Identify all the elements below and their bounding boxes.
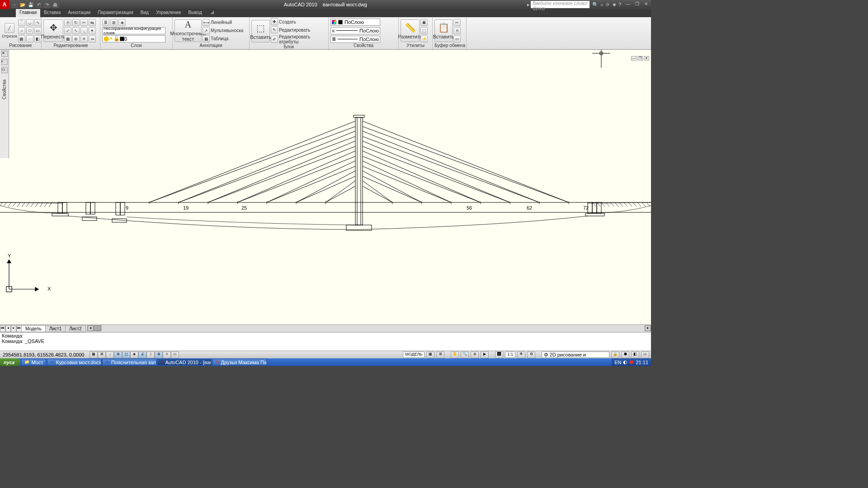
coordinates[interactable]: 2954581.8193, 615526.4823, 0.0000 [0, 352, 87, 357]
showmotion-icon[interactable]: ▶ [481, 352, 489, 358]
qp-toggle[interactable]: ▭ [171, 352, 179, 358]
search-input[interactable]: Введите ключевое слово/фразу [531, 1, 590, 8]
snap-toggle[interactable]: ▦ [90, 352, 98, 358]
tab-first-icon[interactable]: ⏮ [0, 325, 5, 332]
dyn-toggle[interactable]: ⊕ [155, 352, 163, 358]
tab-sheet2[interactable]: Лист2 [65, 325, 85, 332]
scale-icon[interactable]: ⤡ [72, 27, 80, 34]
tray-network-icon[interactable]: ◐ [623, 359, 627, 365]
insert-block-button[interactable]: ⬚ Вставить [251, 20, 270, 42]
lock-ui-icon[interactable]: 🔒 [611, 352, 619, 358]
mirror-icon[interactable]: ⇆ [89, 19, 96, 26]
otrack-toggle[interactable]: ∠ [138, 352, 146, 358]
annovis-icon[interactable]: 👁 [517, 352, 525, 358]
copy-clip-icon[interactable]: ⎘ [453, 27, 461, 34]
drawing-area[interactable]: — ❐ ✕ [0, 50, 651, 324]
workspace-combo[interactable]: ⚙ 2D рисование и аннотации▾ [542, 352, 609, 358]
clean-screen-icon[interactable]: ▭ [641, 352, 649, 358]
layer-states-icon[interactable]: ⊞ [110, 19, 118, 26]
quickview-layouts-icon[interactable]: ▦ [426, 352, 434, 358]
rect-icon[interactable]: ▭ [34, 27, 42, 34]
palette-pin-icon[interactable]: ▪ [1, 59, 8, 65]
polar-toggle[interactable]: ⊕ [114, 352, 122, 358]
select-icon[interactable]: ⬚ [420, 27, 428, 34]
properties-palette[interactable]: ✕ ▪ ▭ Свойства [0, 50, 9, 158]
lang-indicator[interactable]: EN [614, 360, 621, 365]
polyline-icon[interactable]: ⌒ [18, 19, 25, 26]
tab-view[interactable]: Вид [137, 9, 152, 17]
mtext-button[interactable]: A Многострочный текст [175, 19, 202, 42]
palette-options-icon[interactable]: ▭ [1, 67, 8, 73]
cut-icon[interactable]: ✂ [453, 19, 461, 26]
pan-icon[interactable]: ✋ [451, 352, 459, 358]
trim-icon[interactable]: ✂ [80, 19, 88, 26]
tray-shield-icon[interactable]: ⬣ [629, 359, 634, 365]
array-icon[interactable]: ▦ [64, 35, 71, 42]
hscroll-left-icon[interactable]: ◂ [87, 325, 94, 331]
task-word2[interactable]: WПояснительная запи... [102, 359, 156, 366]
block-attr-icon[interactable]: ✐ [271, 36, 278, 43]
doc-close-icon[interactable]: ✕ [644, 56, 649, 61]
comm-icon[interactable]: ⟐ [600, 2, 604, 8]
restore-button[interactable]: ❐ [633, 1, 641, 8]
stretch-icon[interactable]: ⤢ [64, 27, 71, 34]
task-autocad[interactable]: AAutoCAD 2010 - [ван... [157, 359, 212, 366]
color-combo[interactable]: ПоСлою [330, 19, 380, 26]
tab-next-icon[interactable]: ▸ [11, 325, 16, 332]
hscroll-right-icon[interactable]: ▸ [645, 325, 651, 331]
linetype-combo[interactable]: ≣ПоСлою [330, 36, 380, 43]
osnap-toggle[interactable]: ◻ [122, 352, 130, 358]
spline-icon[interactable]: ∿ [34, 19, 42, 26]
tab-insert[interactable]: Вставка [40, 9, 64, 17]
lineweight-combo[interactable]: ≡ПоСлою [330, 27, 380, 34]
mleader-icon[interactable]: ↗ [203, 27, 210, 34]
rotate-icon[interactable]: ↻ [72, 19, 80, 26]
copy-icon[interactable]: ⎘ [64, 19, 71, 26]
tab-model[interactable]: Модель [21, 325, 46, 332]
block-create-icon[interactable]: ✚ [271, 18, 278, 25]
hscrollbar[interactable]: ◂ ▸ [88, 325, 651, 332]
steering-icon[interactable]: ⊚ [471, 352, 479, 358]
erase-icon[interactable]: ✕ [80, 35, 88, 42]
match-icon[interactable]: ▭ [453, 35, 461, 42]
minimize-button[interactable]: — [624, 1, 632, 8]
zoom-icon[interactable]: 🔍 [461, 352, 469, 358]
palette-close-icon[interactable]: ✕ [1, 51, 8, 57]
subscription-icon[interactable]: ⛭ [605, 2, 610, 8]
hardware-accel-icon[interactable]: ⬣ [621, 352, 629, 358]
open-icon[interactable]: 📂 [19, 1, 26, 8]
task-opera[interactable]: OДрузья Максима Па... [212, 359, 267, 366]
point-icon[interactable]: · [26, 35, 33, 42]
quickview-drawings-icon[interactable]: ⊞ [436, 352, 444, 358]
task-word1[interactable]: WКурсовая мост.docx ... [47, 359, 101, 366]
move-button[interactable]: ✥ Перенести [43, 19, 63, 42]
tab-output[interactable]: Вывод [185, 9, 206, 17]
app-menu-icon[interactable]: A [0, 0, 9, 9]
ellipse-icon[interactable]: ⬭ [26, 27, 33, 34]
clock[interactable]: 21:11 [636, 360, 648, 365]
close-button[interactable]: ✕ [642, 1, 650, 8]
print-icon[interactable]: 🖶 [52, 1, 59, 8]
doc-min-icon[interactable]: — [631, 56, 637, 61]
search-icon[interactable]: 🔍 [592, 2, 599, 8]
table-icon[interactable]: ▦ [203, 35, 210, 42]
arc-icon[interactable]: ◡ [26, 19, 33, 26]
calc-icon[interactable]: 🖩 [420, 19, 428, 26]
paste-button[interactable]: 📋 Вставить [434, 19, 453, 42]
layer-combo[interactable]: ⬤ ☀ 🔓 0 [102, 35, 165, 42]
help-icon[interactable]: ? [618, 2, 621, 8]
task-folder[interactable]: 📁Мост [21, 359, 47, 366]
anno-scale-combo[interactable]: 1:1 [505, 352, 515, 358]
save-icon[interactable]: 💾 [27, 1, 34, 8]
doc-restore-icon[interactable]: ❐ [637, 56, 643, 61]
ducs-toggle[interactable]: ⟟ [146, 352, 155, 358]
tab-home[interactable]: Главная [16, 9, 40, 17]
undo-icon[interactable]: ↶ [35, 1, 42, 8]
hatch-icon[interactable]: ▦ [18, 35, 25, 42]
tab-annotate[interactable]: Аннотации [64, 9, 94, 17]
measure-button[interactable]: 📏 Разметить [401, 19, 420, 42]
start-button[interactable]: пуск [0, 358, 20, 366]
qselect-icon[interactable]: ⚡ [420, 35, 428, 42]
tab-parametric[interactable]: Параметризация [94, 9, 137, 17]
line-icon[interactable]: ╱ [5, 23, 14, 33]
